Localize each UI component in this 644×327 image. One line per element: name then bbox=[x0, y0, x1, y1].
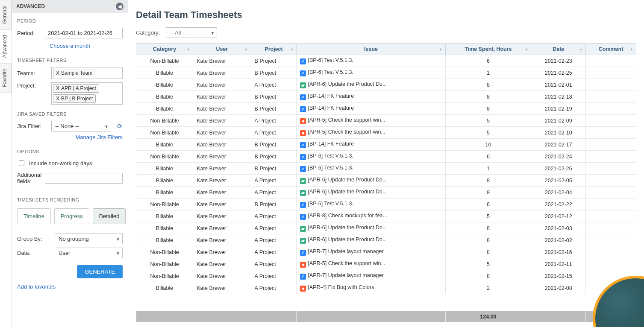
col-header-date[interactable]: Date▲ bbox=[531, 44, 586, 55]
render-timeline-button[interactable]: Timeline bbox=[17, 208, 51, 224]
cell-user: Kate Brewer bbox=[193, 67, 251, 79]
table-row[interactable]: Non-BillableKate BrewerB Project✓[BP-6] … bbox=[136, 55, 636, 67]
period-input[interactable] bbox=[45, 28, 123, 38]
cell-comment bbox=[586, 127, 636, 139]
cell-project: A Project bbox=[251, 222, 297, 234]
col-header-user[interactable]: User▲ bbox=[193, 44, 251, 55]
chip-remove-icon[interactable]: X bbox=[56, 70, 59, 76]
chip-remove-icon[interactable]: X bbox=[56, 85, 59, 91]
issue-type-icon: ▰ bbox=[300, 238, 306, 244]
table-row[interactable]: BillableKate BrewerA Project■[APR-4] Fix… bbox=[136, 282, 636, 294]
cell-issue: ■[APR-5] Check the support win... bbox=[297, 127, 445, 139]
cell-category: Billable bbox=[136, 79, 193, 91]
cell-user: Kate Brewer bbox=[193, 79, 251, 91]
collapse-sidebar-icon[interactable]: ◀ bbox=[116, 3, 124, 10]
vert-tab-general[interactable]: General bbox=[0, 0, 12, 29]
issue-type-icon: ✓ bbox=[300, 166, 306, 172]
cell-category: Non-Billable bbox=[136, 115, 193, 127]
table-row[interactable]: BillableKate BrewerA Project✓[APR-8] Che… bbox=[136, 210, 636, 222]
table-row[interactable]: Non-BillableKate BrewerA Project✓[APR-7]… bbox=[136, 246, 636, 258]
team-chip[interactable]: XSample Team bbox=[53, 69, 95, 77]
cell-comment bbox=[586, 67, 636, 79]
table-row[interactable]: Non-BillableKate BrewerA Project■[APR-5]… bbox=[136, 127, 636, 139]
issue-type-icon: ▰ bbox=[300, 82, 306, 88]
generate-button[interactable]: GENERATE bbox=[77, 265, 123, 278]
additional-fields-input[interactable] bbox=[45, 173, 123, 184]
table-row[interactable]: BillableKate BrewerB Project✓[BP-14] FK … bbox=[136, 139, 636, 151]
teams-chip-container[interactable]: XSample Team bbox=[51, 67, 123, 79]
table-row[interactable]: Non-BillableKate BrewerA Project■[APR-5]… bbox=[136, 258, 636, 270]
cell-issue: ✓[APR-7] Update layout manager bbox=[297, 270, 445, 282]
vert-tab-advanced[interactable]: Advanced bbox=[0, 29, 12, 63]
category-select[interactable]: -- All -- bbox=[166, 27, 217, 38]
table-row[interactable]: BillableKate BrewerB Project✓[BP-14] FK … bbox=[136, 103, 636, 115]
cell-issue: ▰[APR-6] Update the Product Do... bbox=[297, 175, 445, 187]
cell-category: Non-Billable bbox=[136, 127, 193, 139]
cell-hours: 8 bbox=[445, 234, 531, 246]
add-to-favorites-link[interactable]: Add to favorites bbox=[17, 283, 56, 290]
cell-hours: 8 bbox=[445, 270, 531, 282]
cell-date: 2021-02-10 bbox=[531, 127, 586, 139]
group-by-label: Group By: bbox=[17, 236, 51, 242]
col-header-project[interactable]: Project▲ bbox=[251, 44, 297, 55]
include-non-working-checkbox[interactable] bbox=[19, 161, 24, 166]
col-header-time-spent-hours[interactable]: Time Spent, Hours▲ bbox=[445, 44, 531, 55]
render-progress-button[interactable]: Progress bbox=[54, 208, 89, 224]
issue-type-icon: ✓ bbox=[300, 202, 306, 208]
cell-user: Kate Brewer bbox=[193, 187, 251, 199]
sidebar-panel: ADVANCED ◀ PERIOD Period: Choose a month… bbox=[12, 0, 128, 327]
table-row[interactable]: BillableKate BrewerA Project▰[APR-6] Upd… bbox=[136, 222, 636, 234]
cell-project: B Project bbox=[251, 151, 297, 163]
issue-type-icon: ✓ bbox=[300, 58, 306, 64]
cell-project: B Project bbox=[251, 67, 297, 79]
table-row[interactable]: Non-BillableKate BrewerA Project✓[APR-7]… bbox=[136, 270, 636, 282]
table-row[interactable]: BillableKate BrewerB Project✓[BP-6] Test… bbox=[136, 163, 636, 175]
vert-tab-favorite[interactable]: Favorite bbox=[0, 63, 12, 93]
group-by-select[interactable]: No grouping bbox=[55, 234, 123, 244]
cell-hours: 5 bbox=[445, 258, 531, 270]
total-empty-cell bbox=[193, 311, 251, 322]
cell-issue: ✓[BP-6] Test V.5.1.3. bbox=[297, 163, 445, 175]
cell-user: Kate Brewer bbox=[193, 234, 251, 246]
options-title: OPTIONS bbox=[12, 144, 128, 157]
table-row[interactable]: Non-BillableKate BrewerB Project✓[BP-6] … bbox=[136, 199, 636, 210]
project-chip-container[interactable]: XAPR | A ProjectXBP | B Project bbox=[51, 82, 123, 105]
refresh-icon[interactable]: ⟳ bbox=[117, 123, 123, 130]
chip-remove-icon[interactable]: X bbox=[56, 96, 59, 102]
data-select[interactable]: User bbox=[55, 248, 123, 258]
table-row[interactable]: BillableKate BrewerA Project▰[APR-6] Upd… bbox=[136, 175, 636, 187]
table-row[interactable]: BillableKate BrewerB Project✓[BP-14] FK … bbox=[136, 91, 636, 103]
cell-comment bbox=[586, 258, 636, 270]
choose-month-link[interactable]: Choose a month bbox=[50, 43, 90, 49]
project-chip[interactable]: XAPR | A Project bbox=[53, 84, 99, 93]
cell-user: Kate Brewer bbox=[193, 127, 251, 139]
cell-user: Kate Brewer bbox=[193, 222, 251, 234]
table-row[interactable]: BillableKate BrewerB Project✓[BP-6] Test… bbox=[136, 67, 636, 79]
cell-hours: 5 bbox=[445, 210, 531, 222]
table-row[interactable]: BillableKate BrewerA Project▰[APR-6] Upd… bbox=[136, 234, 636, 246]
cell-category: Billable bbox=[136, 222, 193, 234]
table-row[interactable]: Non-BillableKate BrewerB Project✓[BP-6] … bbox=[136, 151, 636, 163]
table-row[interactable]: BillableKate BrewerA Project▰[APR-6] Upd… bbox=[136, 79, 636, 91]
table-row[interactable]: BillableKate BrewerA Project▰[APR-6] Upd… bbox=[136, 187, 636, 199]
cell-comment bbox=[586, 139, 636, 151]
project-chip[interactable]: XBP | B Project bbox=[53, 94, 96, 103]
cell-date: 2021-02-16 bbox=[531, 246, 586, 258]
col-header-category[interactable]: Category▲ bbox=[136, 44, 193, 55]
issue-type-icon: ■ bbox=[300, 118, 306, 124]
table-row[interactable]: Non-BillableKate BrewerA Project■[APR-5]… bbox=[136, 115, 636, 127]
cell-project: A Project bbox=[251, 175, 297, 187]
jira-filter-select[interactable]: -- None -- bbox=[51, 121, 111, 131]
timesheet-table: Category▲User▲Project▲Issue▲Time Spent, … bbox=[136, 43, 636, 322]
cell-comment bbox=[586, 234, 636, 246]
manage-jira-filters-link[interactable]: Manage Jira Filters bbox=[75, 134, 123, 140]
sort-icon: ▲ bbox=[186, 47, 190, 51]
render-detailed-button[interactable]: Detailed bbox=[93, 208, 126, 224]
cell-project: A Project bbox=[251, 210, 297, 222]
cell-date: 2021-02-11 bbox=[531, 258, 586, 270]
project-label: Project: bbox=[17, 82, 48, 89]
col-header-issue[interactable]: Issue▲ bbox=[297, 44, 445, 55]
col-header-comment[interactable]: Comment▲ bbox=[586, 44, 636, 55]
cell-hours: 8 bbox=[445, 187, 531, 199]
cell-comment bbox=[586, 187, 636, 199]
